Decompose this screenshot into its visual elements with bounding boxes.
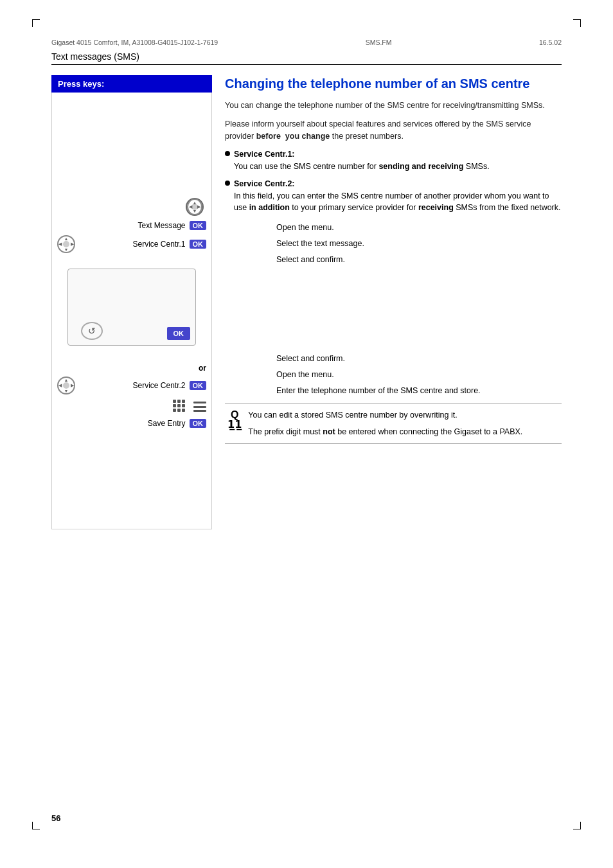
lines-icon: [193, 402, 206, 412]
bullet-text-2: Service Centr.2:In this field, you can e…: [234, 178, 562, 214]
press-keys-label: Press keys:: [51, 75, 212, 93]
corner-tick-br: [573, 822, 581, 829]
text-message-ok: OK: [190, 221, 207, 230]
action-text-select-msg: Select the text message.: [276, 238, 562, 250]
action-select-confirm-1: Select and confirm.: [225, 254, 562, 266]
action-text-open-menu-2: Open the menu.: [276, 369, 562, 381]
nav-icon-service2: ▲ ▼ ◀ ▶: [57, 376, 75, 394]
action-select-confirm-2: Select and confirm.: [225, 353, 562, 365]
action-text-enter-number: Enter the telephone number of the SMS ce…: [276, 385, 562, 397]
text-message-label: Text Message: [57, 221, 186, 230]
save-entry-row: Save Entry OK: [52, 416, 211, 430]
page-header: Gigaset 4015 Comfort, IM, A31008-G4015-J…: [51, 39, 562, 46]
service-centr2-ok: OK: [190, 381, 207, 390]
header-left: Gigaset 4015 Comfort, IM, A31008-G4015-J…: [51, 39, 218, 46]
action-open-menu-2: Open the menu.: [225, 369, 562, 381]
service-centr1-label: Service Centr.1: [82, 240, 186, 249]
service-centr1-row: ▲ ▼ ◀ ▶ Service Centr.1 OK: [52, 233, 211, 256]
left-column: Press keys: ▲ ▼ ◀ ▶: [51, 75, 212, 529]
note-text-1: You can edit a stored SMS centre number …: [248, 409, 559, 421]
bullet-item-2: Service Centr.2:In this field, you can e…: [225, 178, 562, 214]
content-area: Press keys: ▲ ▼ ◀ ▶: [51, 75, 562, 529]
left-body: ▲ ▼ ◀ ▶ Text Message OK: [51, 93, 212, 529]
phone-display: ↺ OK: [67, 269, 196, 346]
service-centr1-ok: OK: [190, 240, 207, 249]
bullet-item-1: Service Centr.1:You can use the SMS cent…: [225, 148, 562, 173]
phone-display-spacer: [225, 269, 562, 353]
nav-icon-open-menu: ▲ ▼ ◀ ▶: [186, 198, 204, 216]
open-menu-row: ▲ ▼ ◀ ▶: [52, 195, 211, 218]
nav-icon-service1: ▲ ▼ ◀ ▶: [57, 235, 75, 253]
keypad-lines-row: [52, 397, 211, 416]
service-centr2-row: ▲ ▼ ◀ ▶ Service Centr.2 OK: [52, 374, 211, 397]
bullet-dot-2: [225, 181, 230, 186]
service-centr2-label: Service Centr.2: [82, 381, 186, 390]
action-text-confirm-2: Select and confirm.: [276, 353, 562, 365]
bullet-dot-1: [225, 151, 230, 156]
save-entry-label: Save Entry: [57, 419, 186, 428]
keypad-icon: [173, 400, 187, 414]
save-entry-ok: OK: [190, 419, 207, 428]
phone-back-icon: ↺: [81, 322, 103, 340]
text-message-row: Text Message OK: [52, 218, 211, 233]
or-label: or: [52, 359, 211, 374]
action-text-confirm-1: Select and confirm.: [276, 254, 562, 266]
phone-ok-button: OK: [167, 327, 191, 340]
action-enter-number: Enter the telephone number of the SMS ce…: [225, 385, 562, 397]
main-heading: Changing the telephone number of an SMS …: [225, 75, 562, 92]
note-text-2: The prefix digit must not be entered whe…: [248, 426, 559, 438]
intro-text-2: Please inform yourself about special fea…: [225, 118, 562, 143]
action-text-open-menu-1: Open the menu.: [276, 222, 562, 234]
note-box: Q 1̲1̲ You can edit a stored SMS centre …: [225, 403, 562, 445]
bullet-list: Service Centr.1:You can use the SMS cent…: [225, 148, 562, 214]
bullet-text-1: Service Centr.1:You can use the SMS cent…: [234, 148, 490, 173]
top-spacer: [52, 93, 211, 195]
corner-tick-tl: [32, 19, 40, 27]
header-right: 16.5.02: [539, 39, 562, 46]
corner-tick-bl: [32, 822, 40, 829]
section-title: Text messages (SMS): [51, 51, 562, 65]
note-content: You can edit a stored SMS centre number …: [248, 409, 559, 439]
page-number: 56: [51, 813, 60, 823]
header-center: SMS.FM: [366, 39, 392, 46]
note-icon: Q 1̲1̲: [227, 409, 242, 430]
corner-tick-tr: [573, 19, 581, 27]
action-select-text-msg: Select the text message.: [225, 238, 562, 250]
intro-text-1: You can change the telephone number of t…: [225, 100, 562, 112]
right-column: Changing the telephone number of an SMS …: [225, 75, 562, 529]
action-open-menu-1: Open the menu.: [225, 222, 562, 234]
